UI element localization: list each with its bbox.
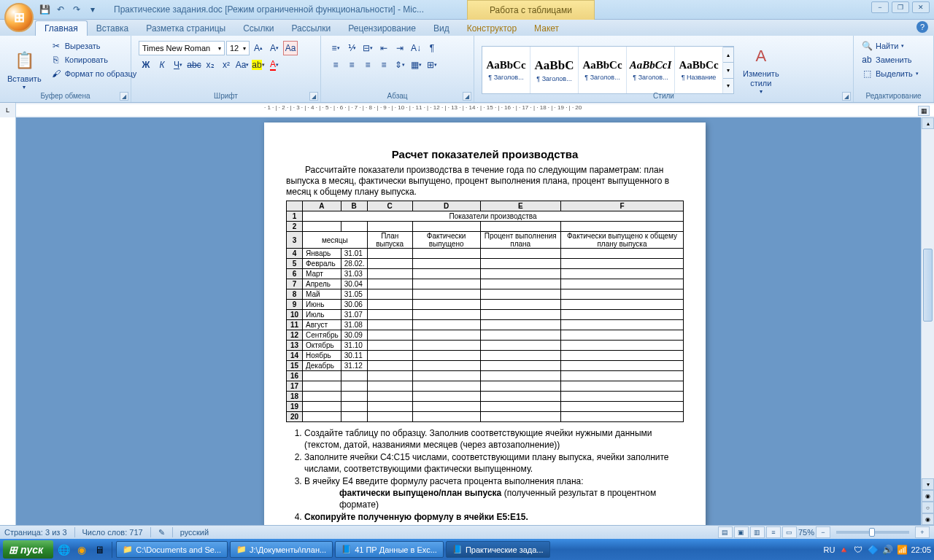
change-case-button[interactable]: Aa▾	[235, 58, 250, 72]
word-count[interactable]: Число слов: 717	[82, 528, 143, 537]
underline-button[interactable]: Ч▾	[171, 58, 185, 72]
page-indicator[interactable]: Страница: 3 из 3	[4, 528, 67, 537]
tab-view[interactable]: Вид	[425, 21, 458, 36]
save-icon[interactable]: 💾	[38, 3, 51, 16]
tray-icon[interactable]: 🔷	[867, 544, 879, 556]
task-item-active[interactable]: 📘Практические зада...	[446, 541, 550, 558]
inc-indent-button[interactable]: ⇥	[393, 41, 407, 55]
qat-more-icon[interactable]: ▾	[86, 3, 99, 16]
strike-button[interactable]: abc	[187, 58, 201, 72]
align-justify-button[interactable]: ≡	[377, 58, 391, 72]
font-color-button[interactable]: A▾	[267, 58, 282, 72]
zoom-out[interactable]: −	[816, 526, 830, 538]
scroll-down[interactable]: ▾	[922, 478, 934, 490]
format-painter-button[interactable]: 🖌Формат по образцу	[47, 67, 140, 80]
tab-layout[interactable]: Макет	[525, 21, 568, 36]
tab-mailings[interactable]: Рассылки	[282, 21, 339, 36]
styles-down[interactable]: ▾	[723, 62, 733, 77]
draft-view[interactable]: ▭	[782, 526, 797, 538]
clipboard-dialog-launcher[interactable]: ◢	[120, 92, 128, 101]
tab-selector[interactable]: L	[0, 103, 16, 117]
outline-view[interactable]: ≡	[766, 526, 781, 538]
style-item[interactable]: AaBbCcI¶ Заголов...	[627, 47, 675, 93]
task-item[interactable]: 📘41 ПР Данные в Exc...	[335, 541, 444, 558]
align-right-button[interactable]: ≡	[360, 58, 375, 72]
highlight-button[interactable]: ab▾	[251, 58, 266, 72]
multilevel-button[interactable]: ⊟▾	[360, 41, 375, 55]
undo-icon[interactable]: ↶	[54, 3, 67, 16]
horizontal-ruler[interactable]: · 1 · | · 2 · | · 3 · | · 4 · | · 5 · | …	[16, 104, 934, 116]
shrink-font-button[interactable]: A▾	[267, 41, 282, 55]
zoom-value[interactable]: 75%	[798, 528, 814, 537]
align-left-button[interactable]: ≡	[328, 58, 343, 72]
prev-page[interactable]: ◉	[922, 490, 934, 502]
tab-design[interactable]: Конструктор	[458, 21, 525, 36]
styles-dialog-launcher[interactable]: ◢	[842, 92, 851, 101]
superscript-button[interactable]: x²	[219, 58, 234, 72]
tab-home[interactable]: Главная	[35, 20, 88, 36]
styles-up[interactable]: ▴	[723, 47, 733, 62]
scroll-thumb[interactable]	[923, 249, 933, 322]
zoom-in[interactable]: +	[915, 526, 930, 538]
bold-button[interactable]: Ж	[139, 58, 153, 72]
replace-button[interactable]: abЗаменить	[858, 53, 922, 66]
ruler-toggle[interactable]: ▦	[918, 106, 930, 116]
show-marks-button[interactable]: ¶	[425, 41, 439, 55]
paragraph-dialog-launcher[interactable]: ◢	[463, 92, 471, 101]
line-spacing-button[interactable]: ⇕▾	[393, 58, 407, 72]
bullets-button[interactable]: ≡▾	[328, 41, 343, 55]
tab-page-layout[interactable]: Разметка страницы	[137, 21, 234, 36]
web-layout-view[interactable]: ▥	[750, 526, 765, 538]
dec-indent-button[interactable]: ⇤	[377, 41, 391, 55]
language-indicator[interactable]: русский	[180, 528, 209, 537]
document-scroll[interactable]: Расчет показателей производства Рассчита…	[16, 117, 934, 525]
tab-review[interactable]: Рецензирование	[339, 21, 425, 36]
style-item[interactable]: AaBbCc¶ Заголов...	[482, 47, 530, 93]
style-item[interactable]: AaBbCc¶ Название	[675, 47, 723, 93]
borders-button[interactable]: ⊞▾	[425, 58, 439, 72]
tab-insert[interactable]: Вставка	[88, 21, 138, 36]
redo-icon[interactable]: ↷	[70, 3, 83, 16]
tray-icon[interactable]: 📶	[896, 544, 908, 556]
browse-object[interactable]: ○	[922, 502, 934, 513]
office-button[interactable]: ⊞	[4, 3, 34, 32]
start-button[interactable]: ⊞пуск	[3, 540, 53, 559]
lang-indicator[interactable]: RU	[824, 545, 835, 554]
align-center-button[interactable]: ≡	[344, 58, 359, 72]
minimize-button[interactable]: −	[871, 1, 889, 13]
find-button[interactable]: 🔍Найти▾	[858, 39, 922, 52]
style-item[interactable]: AaBbC¶ Заголов...	[530, 47, 579, 93]
change-styles-button[interactable]: A Изменить стили▾	[738, 43, 784, 97]
shading-button[interactable]: ▦▾	[409, 58, 423, 72]
styles-gallery[interactable]: AaBbCc¶ Заголов... AaBbC¶ Заголов... AaB…	[482, 46, 734, 94]
cut-button[interactable]: ✂Вырезать	[47, 39, 140, 52]
font-dialog-launcher[interactable]: ◢	[309, 92, 318, 101]
zoom-slider[interactable]	[836, 531, 909, 534]
spell-icon[interactable]: ✎	[158, 528, 165, 537]
maximize-button[interactable]: ❐	[892, 1, 909, 13]
next-page[interactable]: ◉	[922, 513, 934, 525]
style-item[interactable]: AaBbCc¶ Заголов...	[579, 47, 627, 93]
sort-button[interactable]: A↓	[409, 41, 423, 55]
tray-icon[interactable]: 🔺	[838, 544, 849, 556]
task-item[interactable]: 📁C:\Documents and Se...	[116, 541, 228, 558]
task-item[interactable]: 📁J:\Документы\план...	[230, 541, 333, 558]
clear-format-button[interactable]: Aa	[283, 41, 298, 55]
help-button[interactable]: ?	[916, 21, 928, 33]
close-button[interactable]: ✕	[912, 1, 930, 13]
ql-desktop-icon[interactable]: 🖥	[92, 542, 108, 558]
italic-button[interactable]: К	[155, 58, 169, 72]
scroll-up[interactable]: ▴	[922, 117, 934, 129]
clock[interactable]: 22:05	[911, 545, 931, 554]
vertical-ruler[interactable]	[0, 117, 16, 525]
vertical-scrollbar[interactable]: ▴ ▾ ◉ ○ ◉	[921, 117, 934, 525]
full-screen-view[interactable]: ▣	[734, 526, 749, 538]
print-layout-view[interactable]: ▤	[718, 526, 733, 538]
subscript-button[interactable]: x₂	[203, 58, 217, 72]
tray-icon[interactable]: 🛡	[852, 544, 864, 556]
grow-font-button[interactable]: A▴	[251, 41, 266, 55]
tray-icon[interactable]: 🔊	[881, 544, 893, 556]
select-button[interactable]: ⬚Выделить▾	[858, 67, 922, 80]
numbering-button[interactable]: ⅟▾	[344, 41, 359, 55]
ql-chrome-icon[interactable]: 🌐	[55, 542, 72, 558]
